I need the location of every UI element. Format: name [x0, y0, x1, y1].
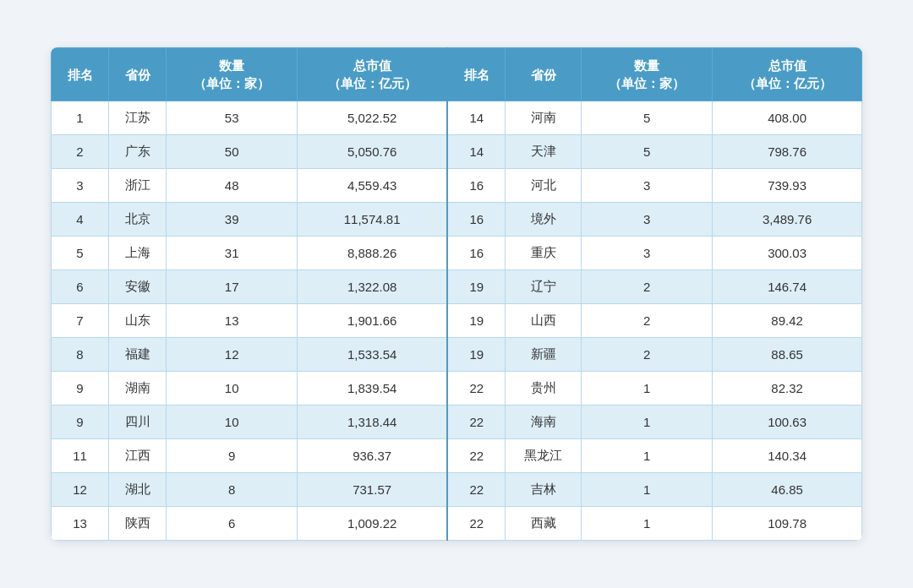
count2-cell: 5 — [582, 135, 713, 169]
count1-cell: 12 — [167, 338, 298, 372]
count2-cell: 5 — [582, 101, 713, 135]
value2-cell: 82.32 — [713, 372, 862, 406]
rank1-cell: 5 — [52, 237, 109, 270]
province1-cell: 湖南 — [109, 372, 167, 406]
count1-cell: 50 — [167, 135, 298, 169]
rank2-cell: 19 — [447, 270, 506, 304]
rank2-cell: 16 — [447, 203, 506, 237]
count2-cell: 3 — [582, 169, 713, 203]
value2-cell: 739.93 — [713, 169, 862, 203]
main-table: 排名 省份 数量 （单位：家） 总市值 （单位：亿元） 排名 省份 数量 （单位… — [51, 47, 862, 541]
table-row: 9 湖南 10 1,839.54 22 贵州 1 82.32 — [52, 372, 862, 406]
province1-cell: 湖北 — [109, 473, 167, 507]
value2-cell: 300.03 — [713, 237, 862, 270]
header-count1: 数量 （单位：家） — [167, 48, 298, 101]
province2-cell: 境外 — [506, 203, 582, 237]
rank1-cell: 6 — [52, 270, 109, 304]
province2-cell: 辽宁 — [506, 270, 582, 304]
count2-cell: 2 — [582, 338, 713, 372]
table-row: 4 北京 39 11,574.81 16 境外 3 3,489.76 — [52, 203, 862, 237]
province1-cell: 江苏 — [109, 101, 167, 135]
rank1-cell: 9 — [52, 372, 109, 406]
table-row: 3 浙江 48 4,559.43 16 河北 3 739.93 — [52, 169, 862, 203]
rank1-cell: 7 — [52, 304, 109, 338]
rank2-cell: 22 — [447, 406, 506, 439]
value2-cell: 89.42 — [713, 304, 862, 338]
table-row: 12 湖北 8 731.57 22 吉林 1 46.85 — [52, 473, 862, 507]
rank2-cell: 22 — [447, 473, 506, 507]
province2-cell: 海南 — [506, 406, 582, 439]
value1-cell: 8,888.26 — [298, 237, 447, 270]
province2-cell: 河南 — [506, 101, 582, 135]
province1-cell: 广东 — [109, 135, 167, 169]
province1-cell: 陕西 — [109, 507, 167, 541]
table-row: 5 上海 31 8,888.26 16 重庆 3 300.03 — [52, 237, 862, 270]
count2-cell: 2 — [582, 270, 713, 304]
province1-cell: 上海 — [109, 237, 167, 270]
province2-cell: 西藏 — [506, 507, 582, 541]
count1-cell: 48 — [167, 169, 298, 203]
province1-cell: 四川 — [109, 406, 167, 439]
header-value2: 总市值 （单位：亿元） — [713, 48, 862, 101]
province2-cell: 贵州 — [506, 372, 582, 406]
rank2-cell: 22 — [447, 507, 506, 541]
value2-cell: 146.74 — [713, 270, 862, 304]
value2-cell: 88.65 — [713, 338, 862, 372]
count2-cell: 1 — [582, 507, 713, 541]
table-header-row: 排名 省份 数量 （单位：家） 总市值 （单位：亿元） 排名 省份 数量 （单位… — [52, 48, 862, 101]
province1-cell: 浙江 — [109, 169, 167, 203]
header-rank2: 排名 — [447, 48, 506, 101]
table-row: 9 四川 10 1,318.44 22 海南 1 100.63 — [52, 406, 862, 439]
count1-cell: 9 — [167, 439, 298, 473]
province1-cell: 福建 — [109, 338, 167, 372]
count1-cell: 10 — [167, 406, 298, 439]
table-row: 6 安徽 17 1,322.08 19 辽宁 2 146.74 — [52, 270, 862, 304]
count2-cell: 3 — [582, 237, 713, 270]
value1-cell: 5,022.52 — [298, 101, 447, 135]
rank2-cell: 19 — [447, 338, 506, 372]
rank2-cell: 14 — [447, 135, 506, 169]
count2-cell: 3 — [582, 203, 713, 237]
value2-cell: 798.76 — [713, 135, 862, 169]
rank1-cell: 4 — [52, 203, 109, 237]
count1-cell: 6 — [167, 507, 298, 541]
rank1-cell: 11 — [52, 439, 109, 473]
header-province1: 省份 — [109, 48, 167, 101]
table-row: 2 广东 50 5,050.76 14 天津 5 798.76 — [52, 135, 862, 169]
rank1-cell: 12 — [52, 473, 109, 507]
count1-cell: 8 — [167, 473, 298, 507]
count1-cell: 10 — [167, 372, 298, 406]
count1-cell: 13 — [167, 304, 298, 338]
rank2-cell: 16 — [447, 237, 506, 270]
value2-cell: 3,489.76 — [713, 203, 862, 237]
province2-cell: 吉林 — [506, 473, 582, 507]
value1-cell: 4,559.43 — [298, 169, 447, 203]
province1-cell: 安徽 — [109, 270, 167, 304]
rank1-cell: 8 — [52, 338, 109, 372]
header-value1: 总市值 （单位：亿元） — [298, 48, 447, 101]
count1-cell: 17 — [167, 270, 298, 304]
count2-cell: 1 — [582, 473, 713, 507]
table-row: 8 福建 12 1,533.54 19 新疆 2 88.65 — [52, 338, 862, 372]
table-row: 13 陕西 6 1,009.22 22 西藏 1 109.78 — [52, 507, 862, 541]
value1-cell: 1,839.54 — [298, 372, 447, 406]
rank2-cell: 16 — [447, 169, 506, 203]
count2-cell: 1 — [582, 372, 713, 406]
rank2-cell: 19 — [447, 304, 506, 338]
table-row: 11 江西 9 936.37 22 黑龙江 1 140.34 — [52, 439, 862, 473]
header-count2: 数量 （单位：家） — [582, 48, 713, 101]
value1-cell: 731.57 — [298, 473, 447, 507]
rank1-cell: 13 — [52, 507, 109, 541]
province2-cell: 天津 — [506, 135, 582, 169]
province1-cell: 江西 — [109, 439, 167, 473]
value1-cell: 1,009.22 — [298, 507, 447, 541]
province2-cell: 重庆 — [506, 237, 582, 270]
count1-cell: 53 — [167, 101, 298, 135]
province2-cell: 黑龙江 — [506, 439, 582, 473]
value1-cell: 1,318.44 — [298, 406, 447, 439]
value2-cell: 408.00 — [713, 101, 862, 135]
value1-cell: 1,322.08 — [298, 270, 447, 304]
header-province2: 省份 — [506, 48, 582, 101]
province2-cell: 河北 — [506, 169, 582, 203]
province1-cell: 北京 — [109, 203, 167, 237]
